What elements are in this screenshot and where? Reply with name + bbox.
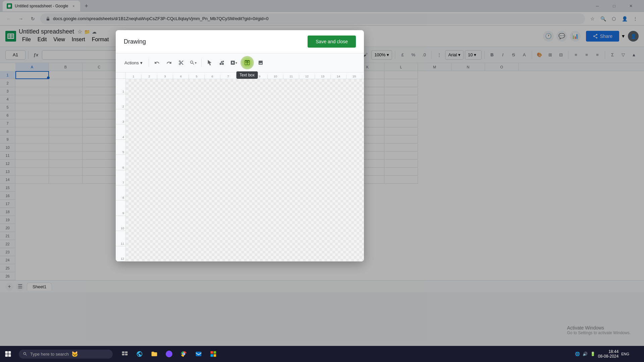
svg-point-20 [183,353,185,355]
svg-rect-23 [214,351,216,354]
language-indicator[interactable]: ENG [621,352,629,356]
chrome-icon [180,351,187,357]
drawing-zoom-button[interactable]: ▾ [188,57,199,68]
taskbar-app-app1[interactable] [162,347,176,361]
svg-rect-14 [8,354,11,357]
taskbar-app-app2[interactable] [177,347,191,361]
outlook-icon [195,351,202,357]
drawing-select-button[interactable] [204,57,215,68]
zoom-icon [190,60,195,65]
network-icon[interactable]: 🌐 [575,352,580,356]
clock[interactable]: 18:44 08-08-2024 [598,349,619,359]
taskbar-apps [115,347,223,361]
ruler-vertical: 1 2 3 4 5 6 7 8 9 10 11 12 [116,72,126,261]
taskbar-right: 🌐 🔊 🔋 18:44 08-08-2024 ENG [570,346,644,362]
svg-rect-13 [5,354,8,357]
drawing-modal-overlay: Drawing Save and close Actions ▾ ▾ [0,0,644,362]
folder-icon [151,351,158,357]
drawing-toolbar: Actions ▾ ▾ [116,53,364,72]
svg-rect-12 [8,351,11,354]
battery-icon[interactable]: 🔋 [590,352,595,356]
drawing-image-button[interactable] [255,57,266,68]
save-and-close-button[interactable]: Save and close [308,36,356,48]
svg-rect-11 [5,351,8,354]
search-cat-icon: 🐱 [71,351,78,357]
undo-icon [154,60,160,65]
drawing-toolbar-separator-2 [201,59,202,67]
shapes-icon [219,60,224,65]
svg-rect-18 [125,354,128,355]
svg-rect-15 [122,352,125,353]
drawing-modal: Drawing Save and close Actions ▾ ▾ [116,30,364,261]
drawing-line-button[interactable]: ▾ [228,57,239,68]
textbox-icon: T [244,60,250,66]
taskview-icon [121,351,128,357]
svg-rect-21 [196,352,202,356]
svg-rect-25 [214,354,216,357]
system-tray: 🌐 🔊 🔋 [575,352,595,356]
svg-rect-24 [211,354,213,357]
drawing-undo-button[interactable] [152,57,162,68]
redo-icon [166,60,172,65]
svg-rect-16 [125,352,128,353]
line-icon [230,60,235,65]
drawing-shapes-button[interactable] [216,57,227,68]
taskbar-app-taskview[interactable] [118,347,131,361]
actions-menu-button[interactable]: Actions ▾ [121,59,146,67]
taskbar: Type here to search 🐱 🌐 🔊 🔋 [0,346,644,362]
taskbar-app-app3[interactable] [192,347,205,361]
ruler-mark-1: 1 [126,75,142,79]
textbox-button[interactable]: T [240,56,254,69]
ruler-horizontal: 1 2 3 4 5 6 7 8 9 10 11 12 13 14 15 [126,72,364,79]
svg-text:T: T [246,61,248,64]
cursor-icon [207,60,212,65]
start-button[interactable] [0,346,16,362]
svg-rect-17 [122,354,125,355]
drawing-header: Drawing Save and close [116,30,364,53]
scissors-icon [178,60,184,65]
edge-icon [136,351,143,357]
drawing-canvas[interactable]: 1 2 3 4 5 6 7 8 9 10 11 12 13 14 15 [116,72,364,261]
drawing-title: Drawing [124,38,146,45]
image-icon [258,60,263,65]
show-desktop-button[interactable] [632,346,639,362]
textbox-btn-container: T Text box [240,56,254,69]
drawing-redo-button[interactable] [164,57,174,68]
search-icon [23,352,28,356]
taskbar-app-edge[interactable] [133,347,146,361]
windows-icon [5,351,11,357]
taskbar-app-explorer[interactable] [148,347,161,361]
drawing-toolbar-separator-1 [149,59,149,67]
taskbar-app-app4[interactable] [207,347,220,361]
volume-icon[interactable]: 🔊 [583,352,588,356]
taskbar-search[interactable]: Type here to search 🐱 [19,350,113,359]
drawing-trim-button[interactable] [176,57,186,68]
store-icon [210,351,217,357]
canvas-area[interactable] [126,79,364,261]
svg-rect-22 [211,351,213,354]
